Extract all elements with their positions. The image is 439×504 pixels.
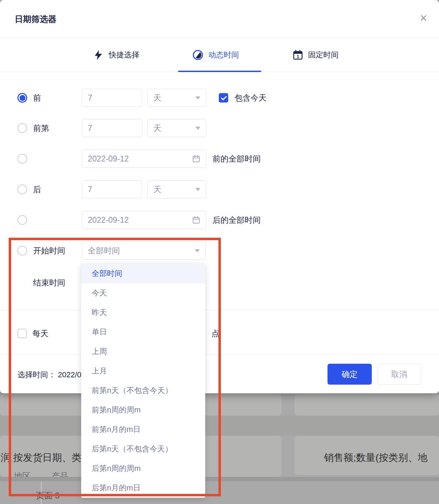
row-label: 前 xyxy=(33,93,41,103)
date-value: 2022-09-12 xyxy=(88,154,129,164)
tab-label: 动态时间 xyxy=(208,50,239,60)
tab-fixed-time[interactable]: 1 固定时间 xyxy=(293,38,339,72)
chevron-down-icon xyxy=(195,188,200,191)
dropdown-option-label: 后第n天（不包含今天） xyxy=(92,444,172,454)
date-filter-dialog: 日期筛选器 × 快捷选择 动态时间 xyxy=(0,0,439,393)
dropdown-option-label: 今天 xyxy=(92,288,107,298)
lightning-icon xyxy=(93,50,104,60)
chevron-down-icon xyxy=(195,96,200,100)
selected-time-text: 选择时间： 2022/0 xyxy=(17,370,81,380)
select-value: 天 xyxy=(153,93,161,103)
chevron-down-icon xyxy=(195,127,200,130)
before-nth-unit-select[interactable]: 天 xyxy=(147,119,206,137)
row-suffix: 前的全部时间 xyxy=(213,153,261,164)
tab-label: 快捷选择 xyxy=(109,50,139,60)
row-end-time: 结束时间 xyxy=(0,274,439,292)
backdrop-page-label: 页面 3 xyxy=(36,490,60,501)
backdrop-card: 销售额;数量(按类别、地 xyxy=(294,436,439,475)
dropdown-option[interactable]: 前第n周的周m xyxy=(81,400,205,420)
calendar-icon: 1 xyxy=(293,50,303,60)
dropdown-option[interactable]: 上周 xyxy=(81,342,205,361)
tab-label: 固定时间 xyxy=(308,50,339,60)
tab-dynamic-time[interactable]: 动态时间 xyxy=(192,38,239,72)
daily-label: 每天 xyxy=(32,328,48,339)
backdrop-band xyxy=(0,416,439,436)
dashboard-backdrop: 润 按发货日期、类 销售额;数量(按类别、地 地区 产品 页面 3 xyxy=(0,393,439,504)
daily-checkbox[interactable] xyxy=(17,329,27,338)
backdrop-divider-bar xyxy=(0,477,439,481)
row-start-time: 开始时间 全部时间 xyxy=(0,242,439,260)
dropdown-option[interactable]: 后第n周的周m xyxy=(81,459,205,478)
backdrop-card xyxy=(294,394,439,416)
row-before: 前 7 天 包含今天 xyxy=(0,89,439,107)
before-n-input[interactable]: 7 xyxy=(82,89,142,107)
dropdown-option-label: 单日 xyxy=(92,327,107,337)
radio-before-all[interactable] xyxy=(17,154,27,164)
dropdown-option[interactable]: 前第n月的m日 xyxy=(81,420,205,439)
radio-start-time[interactable] xyxy=(17,246,27,255)
dropdown-option[interactable]: 全部时间 xyxy=(81,264,205,283)
radio-before[interactable] xyxy=(17,93,27,103)
row-daily: 每天 点 xyxy=(0,324,439,342)
row-after-all: 2022-09-12 后的全部时间 xyxy=(0,211,439,229)
row-before-all: 2022-09-12 前的全部时间 xyxy=(0,150,439,168)
daily-suffix: 点 xyxy=(211,328,220,339)
chevron-down-icon xyxy=(195,249,200,252)
radio-before-nth[interactable] xyxy=(17,123,27,133)
dropdown-option[interactable]: 后第n月的m日 xyxy=(81,478,205,498)
select-value: 天 xyxy=(153,123,161,134)
calendar-icon xyxy=(192,155,200,163)
select-value: 全部时间 xyxy=(88,245,120,256)
divider xyxy=(0,354,439,355)
dialog-header: 日期筛选器 × xyxy=(0,0,439,38)
after-n-input[interactable]: 7 xyxy=(82,180,142,198)
dropdown-option-label: 后第n月的m日 xyxy=(92,483,141,493)
before-unit-select[interactable]: 天 xyxy=(147,89,206,107)
dropdown-option-label: 前第n周的周m xyxy=(92,405,141,415)
row-label: 后 xyxy=(33,184,41,195)
clock-icon xyxy=(192,49,203,61)
tab-quick-select[interactable]: 快捷选择 xyxy=(93,38,139,72)
backdrop-left-chart-title: 润 按发货日期、类 xyxy=(1,451,82,464)
row-label: 开始时间 xyxy=(33,245,65,256)
dropdown-option-label: 全部时间 xyxy=(92,268,122,279)
dropdown-option[interactable]: 单日 xyxy=(81,322,205,342)
start-time-select[interactable]: 全部时间 xyxy=(82,242,206,260)
radio-after[interactable] xyxy=(17,184,27,194)
dropdown-option[interactable]: 前第n天（不包含今天） xyxy=(81,381,205,400)
cancel-button[interactable]: 取消 xyxy=(377,364,421,385)
time-type-dropdown: 全部时间 今天 昨天 单日 上周 上月 前第n天（不包含今天） xyxy=(81,264,205,498)
include-today-checkbox[interactable] xyxy=(219,93,228,103)
row-label: 前第 xyxy=(33,123,49,134)
input-value: 7 xyxy=(88,124,92,133)
dropdown-option-label: 前第n月的m日 xyxy=(92,424,141,435)
dialog-title: 日期筛选器 xyxy=(15,0,56,38)
before-all-date-input[interactable]: 2022-09-12 xyxy=(82,150,206,168)
dropdown-option[interactable]: 后第n天（不包含今天） xyxy=(81,439,205,459)
dropdown-option[interactable]: 昨天 xyxy=(81,303,205,322)
dropdown-option-label: 前第n天（不包含今天） xyxy=(92,385,172,396)
dropdown-option-label: 后第n周的周m xyxy=(92,463,141,474)
radio-after-all[interactable] xyxy=(17,215,27,225)
after-unit-select[interactable]: 天 xyxy=(147,180,206,198)
svg-text:1: 1 xyxy=(296,54,299,59)
before-nth-input[interactable]: 7 xyxy=(82,119,142,137)
include-today-label: 包含今天 xyxy=(234,93,267,103)
calendar-icon xyxy=(192,216,200,224)
close-icon[interactable]: × xyxy=(420,0,427,38)
screen: 润 按发货日期、类 销售额;数量(按类别、地 地区 产品 页面 3 日期筛选器 … xyxy=(0,0,439,504)
dropdown-option[interactable]: 今天 xyxy=(81,283,205,303)
after-all-date-input[interactable]: 2022-09-12 xyxy=(82,211,206,229)
row-before-nth: 前第 7 天 xyxy=(0,119,439,137)
input-value: 7 xyxy=(88,93,92,103)
active-tab-underline xyxy=(178,71,261,72)
dropdown-option[interactable]: 上月 xyxy=(81,361,205,381)
dropdown-option-label: 上月 xyxy=(92,366,107,376)
backdrop-right-chart-title: 销售额;数量(按类别、地 xyxy=(324,451,428,464)
dropdown-option-label: 昨天 xyxy=(92,307,107,318)
row-after: 后 7 天 xyxy=(0,180,439,198)
divider xyxy=(0,310,439,310)
input-value: 7 xyxy=(88,185,92,194)
row-suffix: 后的全部时间 xyxy=(213,215,261,226)
confirm-button[interactable]: 确定 xyxy=(328,364,372,385)
